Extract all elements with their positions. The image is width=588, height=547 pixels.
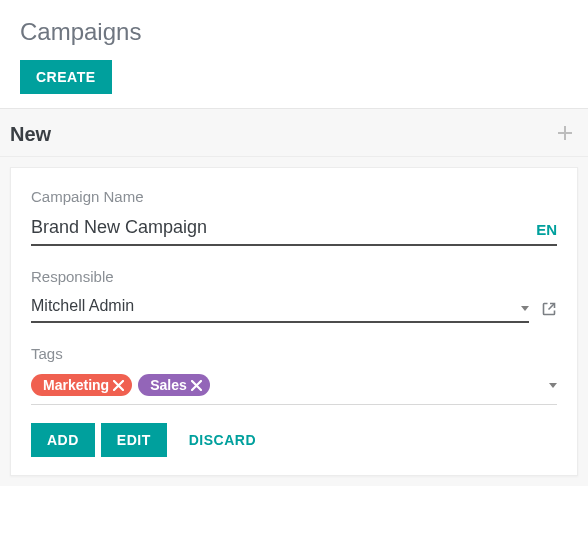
tag-marketing: Marketing — [31, 374, 132, 396]
page-title: Campaigns — [20, 18, 568, 46]
chevron-down-icon[interactable] — [521, 306, 529, 311]
close-icon[interactable] — [113, 380, 124, 391]
card-actions: ADD EDIT DISCARD — [31, 423, 557, 457]
campaign-name-input[interactable] — [31, 217, 526, 238]
external-link-icon[interactable] — [541, 301, 557, 323]
campaign-name-row: EN — [31, 217, 557, 246]
add-button[interactable]: ADD — [31, 423, 95, 457]
tag-label: Marketing — [43, 377, 109, 393]
field-campaign-name: Campaign Name EN — [31, 188, 557, 246]
tag-label: Sales — [150, 377, 187, 393]
responsible-row — [31, 297, 529, 323]
edit-button[interactable]: EDIT — [101, 423, 167, 457]
page-header: Campaigns CREATE — [0, 0, 588, 109]
card-area: Campaign Name EN Responsible — [0, 157, 588, 486]
field-responsible: Responsible — [31, 268, 557, 323]
responsible-row-outer — [31, 297, 557, 323]
chevron-down-icon[interactable] — [549, 383, 557, 388]
campaign-name-label: Campaign Name — [31, 188, 557, 205]
tags-label: Tags — [31, 345, 557, 362]
plus-icon[interactable] — [558, 124, 572, 145]
language-badge[interactable]: EN — [526, 221, 557, 238]
field-tags: Tags Marketing Sales — [31, 345, 557, 405]
responsible-input[interactable] — [31, 297, 521, 315]
close-icon[interactable] — [191, 380, 202, 391]
create-button[interactable]: CREATE — [20, 60, 112, 94]
stage-title: New — [10, 123, 51, 146]
tags-row[interactable]: Marketing Sales — [31, 374, 557, 405]
stage-header: New — [0, 109, 588, 157]
tag-sales: Sales — [138, 374, 210, 396]
responsible-label: Responsible — [31, 268, 557, 285]
campaign-card: Campaign Name EN Responsible — [10, 167, 578, 476]
discard-button[interactable]: DISCARD — [173, 423, 272, 457]
